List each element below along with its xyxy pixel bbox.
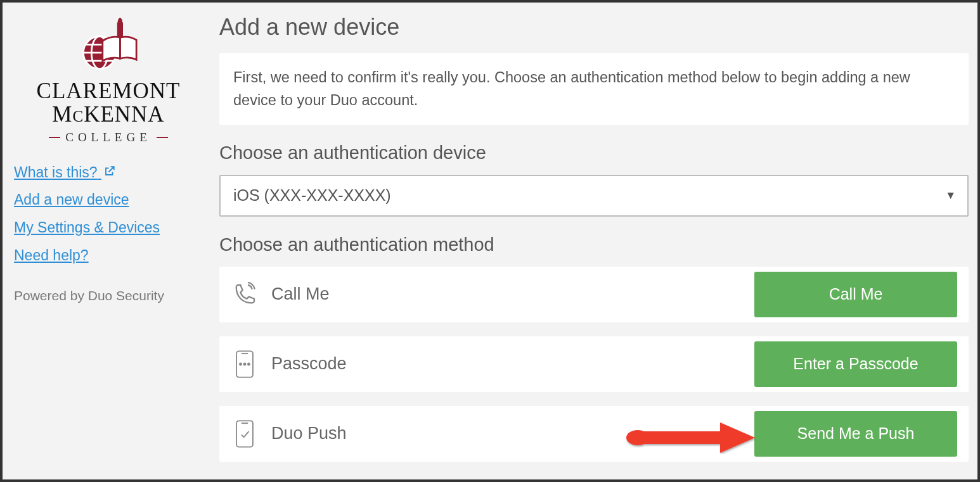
link-need-help[interactable]: Need help? [14, 246, 89, 265]
method-label-call: Call Me [271, 284, 330, 304]
org-logo: CLAREMONT MCKENNA COLLEGE [26, 18, 191, 144]
duo-push-icon [231, 420, 259, 448]
callout-arrow-icon [625, 421, 758, 457]
info-message: First, we need to confirm it's really yo… [219, 53, 969, 125]
duo-prompt-frame: CLAREMONT MCKENNA COLLEGE What is this? [0, 0, 980, 482]
device-select[interactable]: iOS (XXX-XXX-XXXX) ▼ [219, 175, 969, 217]
method-label-passcode: Passcode [271, 354, 347, 374]
method-label-push: Duo Push [271, 424, 347, 443]
svg-point-10 [240, 363, 242, 365]
method-row-passcode: Passcode Enter a Passcode [219, 336, 969, 392]
enter-passcode-button[interactable]: Enter a Passcode [754, 341, 957, 387]
method-row-call: Call Me Call Me [219, 267, 969, 322]
link-add-device[interactable]: Add a new device [14, 191, 129, 210]
sidebar: CLAREMONT MCKENNA COLLEGE What is this? [11, 11, 208, 471]
sidebar-links: What is this? Add a new device My Settin… [14, 163, 203, 275]
main-panel: Add a new device First, we need to confi… [208, 11, 969, 471]
page-title: Add a new device [219, 14, 969, 41]
method-heading: Choose an authentication method [219, 234, 969, 255]
svg-point-12 [248, 363, 250, 365]
svg-point-11 [243, 363, 245, 365]
device-heading: Choose an authentication device [219, 143, 969, 163]
svg-rect-16 [638, 431, 723, 444]
method-row-push: Duo Push Send Me a Push [219, 406, 969, 462]
device-select-value: iOS (XXX-XXX-XXXX) [233, 186, 391, 205]
logo-text-line1: CLAREMONT [26, 80, 191, 103]
external-link-icon [104, 163, 115, 180]
link-settings-devices[interactable]: My Settings & Devices [14, 219, 160, 238]
logo-college-line: COLLEGE [26, 130, 191, 144]
dropdown-arrow-icon: ▼ [945, 189, 956, 202]
logo-mark-icon [26, 18, 191, 76]
svg-rect-13 [236, 421, 253, 447]
logo-text-line2: MCKENNA [26, 103, 191, 127]
svg-point-15 [626, 430, 649, 445]
send-push-button[interactable]: Send Me a Push [754, 411, 957, 457]
powered-by-text: Powered by Duo Security [14, 288, 203, 303]
svg-marker-17 [720, 422, 755, 453]
call-me-button[interactable]: Call Me [754, 272, 957, 317]
passcode-icon [231, 350, 259, 378]
link-what-is-this[interactable]: What is this? [14, 163, 115, 182]
phone-call-icon [231, 281, 259, 308]
